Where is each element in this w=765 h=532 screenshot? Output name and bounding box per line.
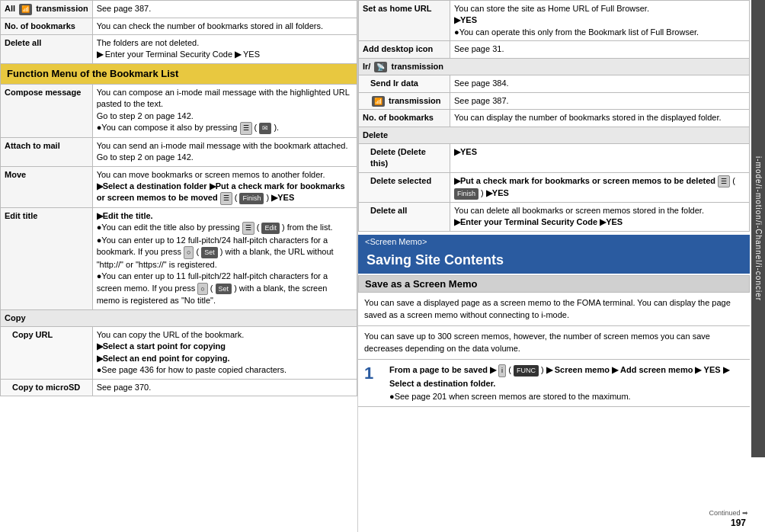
transmission-row: 📶 transmission See page 387. (359, 92, 750, 110)
save-as-header: Save as a Screen Memo (358, 275, 750, 293)
send-ir-desc: See page 384. (450, 75, 750, 92)
delete-menu-icon: ☰ (718, 175, 730, 188)
left-column: All 📶 transmission See page 387. No. of … (0, 0, 358, 532)
save-body-2: You can save up to 300 screen memos, how… (358, 326, 750, 360)
no-bookmarks-label: No. of bookmarks (1, 18, 93, 34)
edit-title-label: Edit title (1, 207, 93, 309)
right-delete-all-row: Delete all You can delete all bookmarks … (359, 202, 750, 231)
finish-btn: Finish (239, 193, 264, 204)
delete-all-desc: The folders are not deleted. ▶ Enter you… (92, 34, 357, 63)
right-content: Set as home URL You can store the site a… (358, 0, 765, 407)
ir-transmission-header-row: Ir/ 📡 transmission (359, 58, 750, 75)
continued-label: Continued ➡ (709, 509, 748, 517)
edit-icon3: ○ (197, 283, 207, 296)
delete-all-row: Delete all The folders are not deleted. … (1, 34, 357, 63)
right-table: Set as home URL You can store the site a… (358, 0, 750, 232)
edit-icon2: ○ (184, 246, 194, 259)
ir-icon: 📡 (374, 62, 387, 73)
func-icon: FUNC (514, 365, 539, 377)
set-home-row: Set as home URL You can store the site a… (359, 1, 750, 41)
send-ir-row: Send Ir data See page 384. (359, 75, 750, 92)
step1-i-icon: i (498, 364, 506, 378)
copy-url-label: Copy URL (1, 327, 93, 380)
saving-header: Saving Site Contents (359, 248, 749, 273)
right-delete-header-row: Delete (359, 127, 750, 143)
screen-memo-sub-header: <Screen Memo> (359, 236, 749, 248)
step-1-row: 1 From a page to be saved ▶ i ( FUNC ) ▶… (358, 360, 750, 408)
right-delete-all-label: Delete all (359, 202, 450, 231)
right-delete-header: Delete (359, 127, 750, 143)
attach-row: Attach to mail You can send an i-mode ma… (1, 137, 357, 166)
step-1-content: From a page to be saved ▶ i ( FUNC ) ▶ S… (386, 364, 744, 403)
add-desktop-desc: See page 31. (450, 41, 750, 58)
edit-title-desc: ▶Edit the title. ●You can edit the title… (92, 207, 357, 309)
send-ir-label: Send Ir data (359, 75, 450, 92)
copy-header-row: Copy (1, 309, 357, 326)
delete-selected-row: Delete selected ▶Put a check mark for bo… (359, 172, 750, 202)
copy-microsd-row: Copy to microSD See page 370. (1, 379, 357, 396)
compose-desc: You can compose an i-mode mail message w… (92, 84, 357, 137)
no-bookmarks-row: No. of bookmarks You can check the numbe… (1, 18, 357, 34)
right-no-bookmarks-label: No. of bookmarks (359, 110, 450, 127)
all-transmission-row: All 📶 transmission See page 387. (1, 1, 357, 18)
transmission-icon: 📶 (372, 96, 385, 107)
ir-transmission-header: Ir/ 📡 transmission (359, 58, 750, 75)
edit-menu-icon: ☰ (242, 222, 254, 235)
move-desc: You can move bookmarks or screen memos t… (92, 166, 357, 207)
right-no-bookmarks-desc: You can display the number of bookmarks … (450, 110, 750, 127)
copy-microsd-desc: See page 370. (92, 379, 357, 396)
add-desktop-label: Add desktop icon (359, 41, 450, 58)
compose-row: Compose message You can compose an i-mod… (1, 84, 357, 137)
edit-btn: Edit (261, 223, 280, 234)
all-transmission-desc: See page 387. (92, 1, 357, 18)
move-label: Move (1, 166, 93, 207)
set-home-desc: You can store the site as Home URL of Fu… (450, 1, 750, 41)
add-desktop-row: Add desktop icon See page 31. (359, 41, 750, 58)
save-body-1: You can save a displayed page as a scree… (358, 293, 750, 326)
all-transmission-icon: 📶 (19, 4, 32, 15)
copy-url-desc: You can copy the URL of the bookmark. ▶S… (92, 327, 357, 380)
delete-this-row: Delete (Delete this) ▶YES (359, 143, 750, 172)
delete-this-desc: ▶YES (450, 143, 750, 172)
right-delete-all-desc: You can delete all bookmarks or screen m… (450, 202, 750, 231)
set-home-label: Set as home URL (359, 1, 450, 41)
all-transmission-label: All 📶 transmission (1, 1, 93, 18)
finish-btn2: Finish (454, 188, 479, 200)
delete-selected-label: Delete selected (359, 172, 450, 202)
move-row: Move You can move bookmarks or screen me… (1, 166, 357, 207)
attach-desc: You can send an i-mode mail message with… (92, 137, 357, 166)
left-table: All 📶 transmission See page 387. No. of … (0, 0, 357, 396)
main-content: All 📶 transmission See page 387. No. of … (0, 0, 765, 532)
step-1-number: 1 (364, 365, 386, 382)
function-menu-header-row: Function Menu of the Bookmark List (1, 63, 357, 84)
page-number: 197 (731, 518, 746, 528)
transmission-label: 📶 transmission (359, 92, 450, 110)
screen-memo-section: <Screen Memo> Saving Site Contents (358, 235, 750, 274)
move-icon: ☰ (220, 192, 232, 205)
delete-this-label: Delete (Delete this) (359, 143, 450, 172)
delete-selected-desc: ▶Put a check mark for bookmarks or scree… (450, 172, 750, 202)
copy-microsd-label: Copy to microSD (1, 379, 93, 396)
function-menu-header: Function Menu of the Bookmark List (1, 63, 357, 84)
delete-all-label: Delete all (1, 34, 93, 63)
side-tab: i-mode/i-motion/i-Channel/i-concier (751, 0, 765, 457)
edit-title-row: Edit title ▶Edit the title. ●You can edi… (1, 207, 357, 309)
no-bookmarks-desc: You can check the number of bookmarks st… (92, 18, 357, 34)
compose-icon: ☰ (240, 122, 252, 135)
compose-btn-icon: ✉ (259, 123, 271, 134)
copy-header: Copy (1, 309, 357, 326)
set-btn2: Set (216, 284, 232, 295)
compose-label: Compose message (1, 84, 93, 137)
right-column: Set as home URL You can store the site a… (358, 0, 765, 532)
set-btn: Set (201, 247, 218, 258)
attach-label: Attach to mail (1, 137, 93, 166)
copy-url-row: Copy URL You can copy the URL of the boo… (1, 327, 357, 380)
right-no-bookmarks-row: No. of bookmarks You can display the num… (359, 110, 750, 127)
transmission-desc: See page 387. (450, 92, 750, 110)
